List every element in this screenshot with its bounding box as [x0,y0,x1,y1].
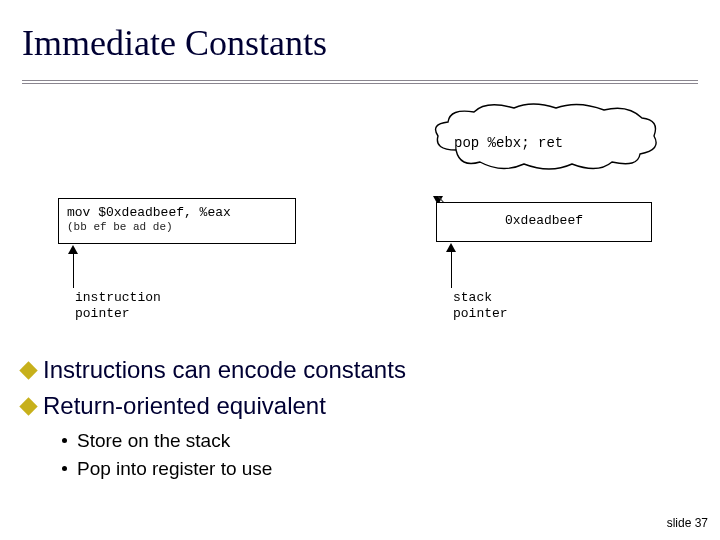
instruction-line2: (bb ef be ad de) [67,221,287,235]
subbullet-1: Store on the stack [62,430,230,452]
arrow-stem [451,252,452,288]
slide-title: Immediate Constants [22,22,327,64]
arrow-head-icon [446,243,456,252]
arrow-stem [73,254,74,288]
arrow-head-icon [68,245,78,254]
bullet-2: Return-oriented equivalent [22,392,326,420]
slide: Immediate Constants mov $0xdeadbeef, %ea… [0,0,720,540]
title-underline [22,80,698,84]
diamond-bullet-icon [19,397,37,415]
ip-caption-line1: instruction [75,290,161,305]
instruction-line1: mov $0xdeadbeef, %eax [67,205,287,221]
subbullet-2-text: Pop into register to use [77,458,272,479]
ip-caption-line2: pointer [75,306,130,321]
diamond-bullet-icon [19,361,37,379]
sp-caption-line1: stack [453,290,492,305]
dot-bullet-icon [62,466,67,471]
sp-caption-line2: pointer [453,306,508,321]
bullet-1-text: Instructions can encode constants [43,356,406,383]
value-box: 0xdeadbeef [436,202,652,242]
subbullet-2: Pop into register to use [62,458,272,480]
bullet-2-text: Return-oriented equivalent [43,392,326,419]
bullet-1: Instructions can encode constants [22,356,406,384]
slide-number: slide 37 [667,516,708,530]
cloud-text: pop %ebx; ret [454,135,563,151]
subbullet-1-text: Store on the stack [77,430,230,451]
instruction-box: mov $0xdeadbeef, %eax (bb ef be ad de) [58,198,296,244]
dot-bullet-icon [62,438,67,443]
